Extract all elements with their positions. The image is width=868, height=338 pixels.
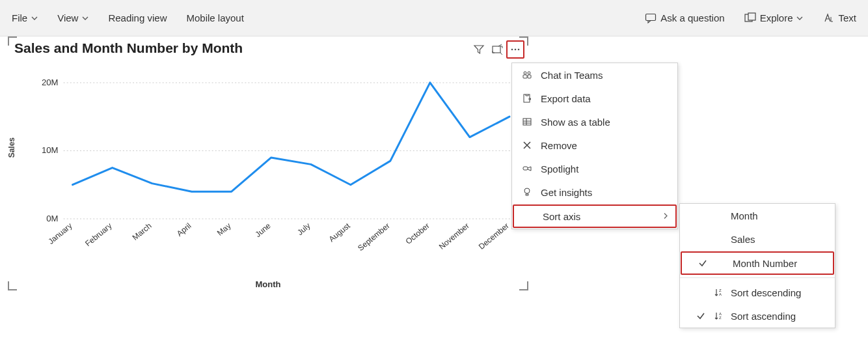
svg-text:Z: Z [719,316,722,320]
more-icon [509,44,521,55]
menu-divider [680,277,835,278]
text-label: Text [838,12,856,23]
menu-item-label: Chat in Teams [541,70,603,81]
svg-text:August: August [327,221,353,244]
svg-text:July: July [295,221,312,237]
export-icon [520,93,534,104]
ask-question-button[interactable]: Ask a question [645,12,724,24]
insights-icon [520,187,534,197]
svg-rect-27 [523,75,527,78]
desc-icon: ZA [712,287,726,298]
svg-rect-28 [528,75,531,78]
check-icon [694,259,712,268]
svg-point-26 [528,72,530,74]
svg-text:February: February [83,221,114,248]
svg-text:March: March [131,221,154,242]
teams-icon [520,70,534,80]
explore-label: Explore [760,12,793,23]
menu-item-label: Sort ascending [731,311,796,322]
menu-item-label: Spotlight [541,163,578,175]
chart-plot-area: 0M10M20M JanuaryFebruaryMarchAprilMayJun… [34,63,522,258]
spotlight-icon [520,163,534,174]
text-icon [822,12,834,24]
check-icon [692,311,710,320]
file-menu[interactable]: File [12,12,38,23]
sort-axis-submenu: MonthSalesMonth NumberZASort descendingA… [679,203,835,328]
menu-item-get-insights[interactable]: Get insights [512,180,677,204]
menu-item-sort-axis[interactable]: Sort axis [513,204,677,228]
svg-text:May: May [215,221,233,238]
menu-item-label: Sort descending [731,287,801,298]
sort-direction-sort-descending[interactable]: ZASort descending [680,281,835,304]
sort-direction-sort-ascending[interactable]: AZSort ascending [680,304,835,328]
sort-option-sales[interactable]: Sales [680,227,835,251]
explore-menu[interactable]: Explore [744,12,804,24]
menu-item-remove[interactable]: Remove [512,134,677,157]
svg-text:June: June [253,221,272,239]
top-toolbar: File View Reading view Mobile layout Ask… [0,0,868,36]
svg-text:December: December [477,221,511,251]
y-axis-label: Sales [7,137,16,158]
explore-icon [744,12,756,24]
view-menu-label: View [57,12,78,23]
file-menu-label: File [12,12,27,23]
svg-text:September: September [356,221,392,253]
reading-view-label: Reading view [108,12,167,23]
filter-icon [473,44,485,55]
view-menu[interactable]: View [57,12,88,23]
chart-title: Sales and Month Number by Month [8,36,528,56]
focus-icon [491,44,503,55]
menu-item-spotlight[interactable]: Spotlight [512,157,677,180]
chat-icon [645,12,657,24]
svg-point-5 [515,49,517,51]
ask-question-label: Ask a question [660,12,724,23]
sort-option-month-number[interactable]: Month Number [681,251,834,275]
chart-visual[interactable]: Sales and Month Number by Month Sales Mo… [8,36,528,290]
selection-corner [8,281,17,290]
svg-text:April: April [175,221,193,238]
svg-rect-31 [523,167,528,170]
asc-icon: AZ [712,311,726,321]
chevron-right-icon [662,211,669,222]
focus-mode-button[interactable] [488,40,506,59]
x-axis-label: Month [256,279,281,289]
svg-text:0M: 0M [46,214,58,223]
selection-corner [8,36,17,46]
mobile-layout-label: Mobile layout [186,12,243,23]
remove-icon [520,140,534,150]
svg-rect-3 [493,46,500,53]
svg-point-32 [524,188,530,193]
menu-item-label: Get insights [541,187,592,198]
menu-item-label: Export data [541,93,591,104]
sort-option-month[interactable]: Month [680,204,835,227]
menu-item-show-as-a-table[interactable]: Show as a table [512,110,677,134]
svg-text:October: October [404,221,431,246]
text-button[interactable]: Text [822,12,856,24]
svg-rect-2 [748,13,755,20]
reading-view-button[interactable]: Reading view [108,12,167,23]
svg-text:A: A [719,292,722,296]
svg-text:January: January [46,221,74,246]
svg-text:November: November [437,221,471,251]
chevron-down-icon [82,15,88,21]
svg-point-6 [518,49,520,51]
menu-item-export-data[interactable]: Export data [512,87,677,110]
selection-corner [519,281,528,290]
filter-button[interactable] [470,40,488,59]
menu-item-label: Sort axis [543,211,580,222]
svg-text:10M: 10M [42,146,59,156]
menu-item-chat-in-teams[interactable]: Chat in Teams [512,63,677,87]
menu-item-label: Month Number [733,258,797,269]
context-menu: Chat in TeamsExport dataShow as a tableR… [511,63,678,229]
svg-point-25 [524,72,526,74]
menu-item-label: Month [731,210,758,221]
mobile-layout-button[interactable]: Mobile layout [186,12,243,23]
svg-text:20M: 20M [42,77,59,87]
menu-item-label: Sales [731,234,755,245]
table-icon [520,117,534,127]
svg-point-4 [511,49,513,51]
chevron-down-icon [31,15,38,21]
menu-item-label: Show as a table [541,117,610,128]
more-options-button[interactable] [506,40,524,59]
menu-item-label: Remove [541,140,577,151]
